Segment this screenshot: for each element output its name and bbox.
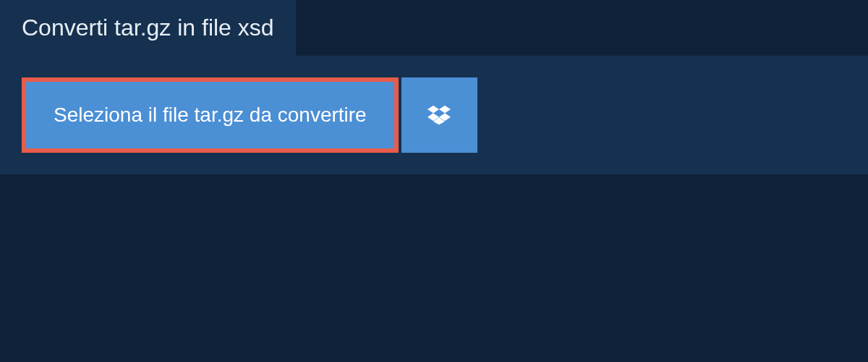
select-file-button[interactable]: Seleziona il file tar.gz da convertire — [22, 77, 399, 153]
page-title: Converti tar.gz in file xsd — [22, 14, 274, 41]
dropbox-button[interactable] — [401, 77, 477, 153]
tab-header: Converti tar.gz in file xsd — [0, 0, 296, 56]
button-row: Seleziona il file tar.gz da convertire — [22, 77, 846, 153]
content-area: Seleziona il file tar.gz da convertire — [0, 56, 868, 174]
dropbox-icon — [427, 104, 451, 127]
select-file-label: Seleziona il file tar.gz da convertire — [54, 104, 367, 127]
